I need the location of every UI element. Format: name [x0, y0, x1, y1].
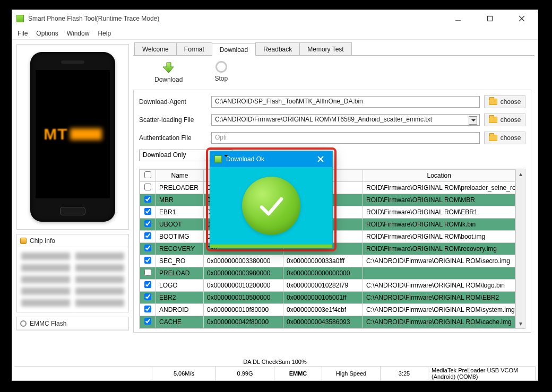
table-row[interactable]: PRELOAD0x00000000039800000x0000000000000…: [140, 267, 515, 280]
cell-begin: 0x0000000010f80000: [204, 304, 283, 316]
row-checkbox[interactable]: [144, 306, 151, 312]
close-button[interactable]: [512, 13, 531, 24]
menu-help[interactable]: Help: [98, 30, 111, 37]
cell-name: MBR: [156, 194, 204, 206]
choose-scatter-button[interactable]: choose: [484, 114, 525, 126]
status-storage: EMMC: [274, 367, 322, 380]
gear-icon: [20, 320, 27, 327]
row-checkbox[interactable]: [144, 208, 151, 215]
table-row[interactable]: LOGO0x00000000102000000x0000000010282f79…: [140, 280, 515, 292]
row-checkbox[interactable]: [144, 184, 151, 190]
phone-logo-text: MT: [44, 125, 67, 143]
status-device: MediaTek PreLoader USB VCOM (Android) (C…: [428, 367, 536, 380]
download-arrow-icon: [162, 61, 175, 74]
tab-welcome[interactable]: Welcome: [134, 42, 177, 55]
row-checkbox[interactable]: [144, 196, 151, 203]
cell-location: ROID\Firmware\ORIGINAL ROM\EBR1: [363, 206, 515, 219]
status-mode: High Speed: [322, 367, 381, 380]
tab-download[interactable]: Download: [212, 43, 256, 56]
download-ok-dialog: Download Ok: [210, 151, 333, 248]
menu-options[interactable]: Options: [36, 30, 58, 37]
table-row[interactable]: ANDROID0x0000000010f800000x000000003e1f4…: [140, 304, 515, 316]
table-row[interactable]: SEC_RO0x00000000033800000x00000000033a0f…: [140, 255, 515, 267]
dialog-progress: [210, 245, 332, 248]
status-time: 3:25: [381, 367, 428, 380]
phone-preview: BM MT: [16, 44, 129, 230]
cell-begin: 0x0000000003380000: [204, 255, 283, 267]
row-checkbox[interactable]: [144, 220, 151, 227]
emmc-flash-panel: EMMC Flash: [16, 317, 129, 330]
scatter-file-field[interactable]: C:\ANDROID\Firmware\ORIGINAL ROM\MT6589_…: [211, 114, 480, 126]
cell-end: 0x000000003e1f4cbf: [283, 304, 363, 316]
header-name[interactable]: Name: [156, 170, 204, 182]
window-title: Smart Phone Flash Tool(Runtime Trace Mod…: [28, 15, 159, 22]
cell-name: SEC_RO: [156, 255, 204, 267]
cell-name: BOOTIMG: [156, 231, 204, 243]
folder-icon: [489, 99, 497, 105]
titlebar: Smart Phone Flash Tool(Runtime Trace Mod…: [12, 10, 538, 27]
cell-location: C:\ANDROID\Firmware\ORIGINAL ROM\cache.i…: [363, 316, 515, 328]
cell-name: EBR1: [156, 206, 204, 219]
dialog-close-button[interactable]: [313, 154, 328, 164]
scroll-down-icon[interactable]: ▾: [516, 319, 525, 328]
tab-memory-test[interactable]: Memory Test: [299, 42, 351, 55]
maximize-button[interactable]: [480, 13, 499, 24]
status-speed: 5.06M/s: [152, 367, 216, 380]
table-row[interactable]: CACHE0x0000000042f800000x000000004358609…: [140, 316, 515, 328]
tab-readback[interactable]: Readback: [255, 42, 300, 55]
cell-location: C:\ANDROID\Firmware\ORIGINAL ROM\logo.bi…: [363, 280, 515, 292]
menu-window[interactable]: Window: [67, 30, 90, 37]
cell-begin: 0x0000000010200000: [204, 280, 283, 292]
dialog-title-text: Download Ok: [226, 155, 264, 163]
cell-end: 0x00000000105001ff: [283, 292, 363, 304]
row-checkbox[interactable]: [144, 293, 151, 300]
stop-button[interactable]: Stop: [214, 61, 228, 83]
download-agent-field[interactable]: C:\ANDROID\SP_Flash_Tool\MTK_AllInOne_DA…: [211, 96, 480, 108]
checkmark-icon: [242, 177, 300, 235]
minimize-button[interactable]: [448, 13, 468, 24]
choose-da-button[interactable]: choose: [484, 95, 525, 108]
cell-begin: 0x0000000003980000: [204, 267, 283, 280]
cell-name: CACHE: [156, 316, 204, 328]
cell-location: ROID\Firmware\ORIGINAL ROM\recovery.img: [363, 243, 515, 255]
row-checkbox[interactable]: [144, 232, 151, 239]
cell-name: RECOVERY: [156, 243, 204, 255]
menubar: File Options Window Help: [12, 27, 538, 40]
table-scrollbar[interactable]: ▴ ▾: [515, 169, 525, 328]
row-checkbox[interactable]: [144, 245, 151, 251]
cell-location: C:\ANDROID\Firmware\ORIGINAL ROM\system.…: [363, 304, 515, 316]
cell-name: LOGO: [156, 280, 204, 292]
row-checkbox[interactable]: [144, 257, 151, 264]
cell-begin: 0x0000000042f80000: [204, 316, 283, 328]
row-checkbox[interactable]: [144, 318, 151, 325]
scroll-up-icon[interactable]: ▴: [516, 169, 525, 179]
cell-end: 0x0000000043586093: [283, 316, 363, 328]
tab-bar: Welcome Format Download Readback Memory …: [133, 42, 534, 56]
cell-name: EBR2: [156, 292, 204, 304]
row-checkbox[interactable]: [144, 269, 151, 276]
cell-location: ROID\Firmware\ORIGINAL ROM\lk.bin: [363, 219, 515, 231]
auth-file-field[interactable]: Opti: [211, 132, 480, 144]
menu-file[interactable]: File: [18, 30, 28, 37]
cell-begin: 0x0000000010500000: [204, 292, 283, 304]
scatter-file-label: Scatter-loading File: [139, 116, 207, 124]
tab-format[interactable]: Format: [176, 42, 212, 55]
cell-location: C:\ANDROID\Firmware\ORIGINAL ROM\secro.i…: [363, 255, 515, 267]
status-size: 0.99G: [216, 367, 274, 380]
cell-name: ANDROID: [156, 304, 204, 316]
chip-info-panel: Chip Info: [16, 234, 129, 312]
chip-info-title: Chip Info: [30, 237, 55, 245]
download-button[interactable]: Download: [154, 61, 183, 83]
table-row[interactable]: EBR20x00000000105000000x00000000105001ff…: [140, 292, 515, 304]
cell-name: PRELOAD: [156, 267, 204, 280]
dialog-icon: [214, 155, 222, 163]
header-location[interactable]: Location: [363, 170, 515, 182]
header-checkbox[interactable]: [140, 170, 156, 182]
stop-icon: [215, 61, 227, 73]
cell-name: UBOOT: [156, 219, 204, 231]
folder-icon: [489, 135, 497, 141]
cell-location: C:\ANDROID\Firmware\ORIGINAL ROM\EBR2: [363, 292, 515, 304]
status-progress-text: DA DL CheckSum 100%: [14, 357, 536, 367]
choose-auth-button[interactable]: choose: [484, 132, 525, 144]
row-checkbox[interactable]: [144, 281, 151, 288]
